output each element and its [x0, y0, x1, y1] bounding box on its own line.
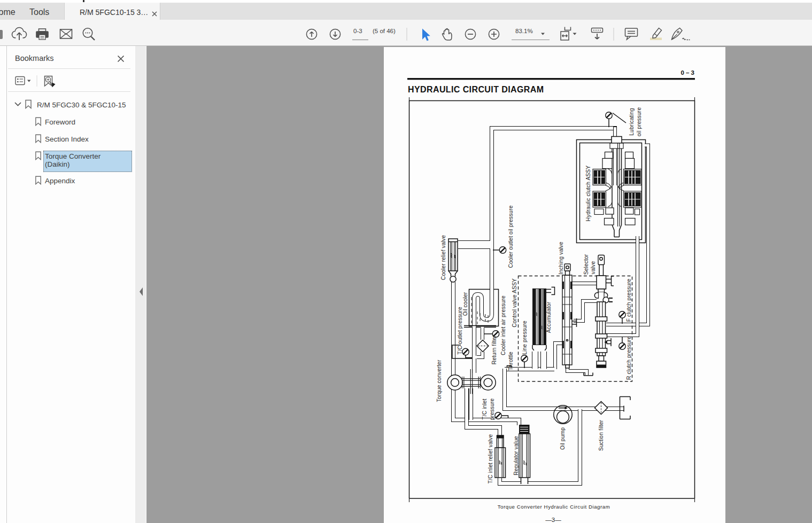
svg-text:Cooler outlet oil pressure: Cooler outlet oil pressure — [508, 205, 514, 268]
svg-text:HYDRAULIC CIRCUIT DIAGRAM: HYDRAULIC CIRCUIT DIAGRAM — [408, 85, 544, 94]
svg-text:Throttle: Throttle — [508, 352, 514, 371]
svg-text:T/C inlet relief valve: T/C inlet relief valve — [488, 434, 493, 484]
svg-text:Return filter: Return filter — [491, 335, 497, 364]
svg-text:Oil cooler: Oil cooler — [462, 292, 468, 316]
svg-text:Cooler relief valve: Cooler relief valve — [440, 235, 446, 280]
svg-text:oil pressure: oil pressure — [636, 107, 642, 137]
svg-text:—3—: —3— — [545, 517, 561, 523]
svg-text:Control valve ASSY: Control valve ASSY — [512, 278, 517, 327]
svg-text:F clutch pressure: F clutch pressure — [626, 278, 632, 322]
svg-text:valve: valve — [590, 261, 596, 275]
svg-text:Suction filter: Suction filter — [598, 420, 604, 451]
svg-text:Line pressure: Line pressure — [522, 321, 528, 355]
svg-text:Oil pump: Oil pump — [560, 427, 566, 450]
svg-text:0 – 3: 0 – 3 — [680, 69, 694, 76]
svg-text:pressure: pressure — [489, 398, 495, 420]
svg-text:Inching valve: Inching valve — [558, 241, 564, 275]
svg-text:Accumulator: Accumulator — [546, 301, 552, 333]
svg-text:Lubricating: Lubricating — [629, 108, 635, 136]
svg-text:Cooler inlet air pressure: Cooler inlet air pressure — [500, 295, 506, 355]
svg-text:T/C outlet pressure: T/C outlet pressure — [457, 307, 463, 355]
svg-text:Torque Converter Hydraulic Ci: Torque Converter Hydraulic Circuit Diagr… — [498, 504, 610, 510]
svg-text:Hydraulic clutch ASSY: Hydraulic clutch ASSY — [585, 166, 591, 222]
svg-text:Torque converter: Torque converter — [436, 360, 442, 402]
svg-text:T/C inlet: T/C inlet — [482, 399, 488, 419]
svg-text:R clutch pressure: R clutch pressure — [626, 336, 632, 380]
svg-text:Selector: Selector — [583, 254, 589, 275]
svg-text:Regulator value: Regulator value — [513, 436, 519, 475]
